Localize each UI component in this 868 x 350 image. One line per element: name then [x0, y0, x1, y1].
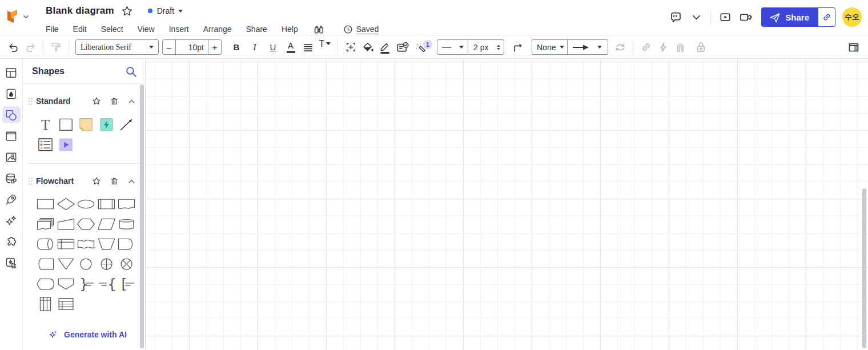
- shape-database[interactable]: [116, 214, 137, 234]
- endpoint-end-select[interactable]: [568, 40, 608, 54]
- favorite-section-star-icon[interactable]: [92, 96, 101, 106]
- shape-process[interactable]: [35, 194, 56, 214]
- menu-item-arrange[interactable]: Arrange: [203, 25, 232, 34]
- font-size-value[interactable]: 10pt: [176, 40, 208, 54]
- shape-manual-input[interactable]: [56, 214, 77, 234]
- remove-section-trash-icon[interactable]: [110, 96, 119, 106]
- font-family-select[interactable]: Liberation Serif: [75, 39, 159, 55]
- bold-button[interactable]: B: [228, 39, 244, 56]
- font-size-decrease[interactable]: –: [163, 40, 176, 54]
- rail-item-automation[interactable]: [2, 254, 21, 271]
- user-avatar[interactable]: 수오: [842, 7, 862, 27]
- shape-rectangle[interactable]: [56, 114, 77, 134]
- shape-sticky-note[interactable]: [76, 114, 97, 134]
- menu-item-edit[interactable]: Edit: [73, 25, 87, 34]
- rail-item-frames[interactable]: [2, 64, 21, 81]
- comments-icon[interactable]: [667, 9, 684, 26]
- collapse-section-chevron-icon[interactable]: [127, 177, 136, 186]
- shape-preparation[interactable]: [76, 214, 97, 234]
- shape-summing-junction[interactable]: [116, 254, 137, 274]
- drag-handle-icon[interactable]: [27, 96, 34, 106]
- shape-multiple-documents[interactable]: [35, 214, 56, 234]
- stepper-arrows-icon[interactable]: [497, 45, 500, 50]
- generate-with-ai-button[interactable]: Generate with AI: [48, 329, 145, 340]
- shape-direct-access-storage[interactable]: [35, 234, 56, 254]
- text-align-button[interactable]: [300, 39, 315, 56]
- shape-delay[interactable]: [116, 234, 137, 254]
- rail-item-frame[interactable]: [2, 127, 21, 144]
- rail-item-styles[interactable]: [2, 85, 21, 102]
- rail-item-ai[interactable]: [2, 212, 21, 229]
- magic-wand-button[interactable]: 1: [413, 39, 428, 56]
- redo-button[interactable]: [23, 39, 38, 56]
- shape-bullet-list[interactable]: [35, 134, 56, 154]
- italic-button[interactable]: I: [247, 39, 263, 56]
- more-text-options-button[interactable]: T: [318, 39, 332, 56]
- shape-brace-note-left[interactable]: {: [97, 274, 117, 294]
- shape-data-icon[interactable]: [395, 39, 409, 56]
- binoculars-icon[interactable]: [312, 22, 326, 36]
- rail-item-rocket[interactable]: [2, 191, 21, 208]
- present-icon[interactable]: [717, 9, 734, 26]
- shape-brace-note-right[interactable]: }: [76, 274, 97, 294]
- shape-smart-container[interactable]: [97, 114, 117, 134]
- document-title[interactable]: Blank diagram: [46, 5, 114, 17]
- draft-status-label[interactable]: Draft: [157, 6, 174, 15]
- shape-connector[interactable]: [76, 254, 97, 274]
- shape-internal-storage[interactable]: [56, 234, 77, 254]
- undo-button[interactable]: [6, 39, 21, 56]
- shape-demo-play[interactable]: [56, 134, 77, 154]
- rail-item-images[interactable]: [2, 148, 21, 166]
- rail-item-data[interactable]: [2, 170, 21, 187]
- shape-row-table[interactable]: [56, 294, 77, 314]
- rail-item-shapes[interactable]: [2, 106, 21, 123]
- shape-column-table[interactable]: [35, 294, 56, 314]
- draft-caret-icon[interactable]: [178, 10, 183, 13]
- favorite-section-star-icon[interactable]: [92, 176, 101, 186]
- record-video-icon[interactable]: [737, 9, 754, 26]
- shape-stored-data[interactable]: [35, 254, 56, 274]
- endpoint-start-select[interactable]: None: [532, 40, 568, 54]
- diagram-canvas[interactable]: [146, 59, 868, 350]
- shape-text[interactable]: T: [35, 114, 56, 134]
- shape-line[interactable]: [116, 114, 137, 134]
- font-size-increase[interactable]: +: [208, 40, 221, 54]
- shape-decision[interactable]: [56, 194, 77, 214]
- favorite-star-icon[interactable]: [121, 5, 133, 17]
- shape-manual-operation[interactable]: [97, 234, 117, 254]
- collapse-header-chevron-icon[interactable]: [688, 9, 705, 26]
- format-painter-icon[interactable]: [49, 39, 63, 56]
- shape-or-junction[interactable]: [97, 254, 117, 274]
- shape-off-page-connector[interactable]: [56, 274, 77, 294]
- shape-terminator[interactable]: [76, 194, 97, 214]
- menu-item-share[interactable]: Share: [246, 25, 267, 34]
- menu-item-insert[interactable]: Insert: [169, 25, 189, 34]
- shape-predefined-process[interactable]: [97, 194, 117, 214]
- shape-bracket-note[interactable]: [: [116, 274, 137, 294]
- line-color-pencil-icon[interactable]: [377, 39, 392, 56]
- app-logo-menu[interactable]: [5, 8, 30, 25]
- menu-item-select[interactable]: Select: [101, 25, 123, 34]
- line-shape-elbow-icon[interactable]: [510, 39, 525, 56]
- shape-display[interactable]: [35, 274, 56, 294]
- rail-item-plugins[interactable]: [2, 233, 21, 250]
- menu-item-file[interactable]: File: [46, 25, 59, 34]
- drag-handle-icon[interactable]: [27, 176, 34, 186]
- shape-document[interactable]: [116, 194, 137, 214]
- line-style-select[interactable]: [437, 40, 468, 54]
- menu-item-view[interactable]: View: [138, 25, 155, 34]
- shape-paper-tape[interactable]: [76, 234, 97, 254]
- saved-status[interactable]: Saved: [356, 25, 379, 34]
- text-color-button[interactable]: A: [283, 39, 298, 56]
- line-width-stepper[interactable]: 2 px: [468, 40, 504, 54]
- hotspot-bolt-icon[interactable]: [656, 39, 670, 56]
- menu-item-help[interactable]: Help: [282, 25, 298, 34]
- hyperlink-icon[interactable]: [638, 39, 653, 56]
- copy-link-button[interactable]: [818, 7, 835, 27]
- component-crosshair-icon[interactable]: [343, 39, 358, 56]
- right-panel-toggle-icon[interactable]: [846, 39, 861, 56]
- shape-merge[interactable]: [56, 254, 77, 274]
- reverse-line-icon[interactable]: [613, 39, 628, 56]
- underline-button[interactable]: U: [265, 39, 281, 56]
- collapse-section-chevron-icon[interactable]: [127, 97, 136, 106]
